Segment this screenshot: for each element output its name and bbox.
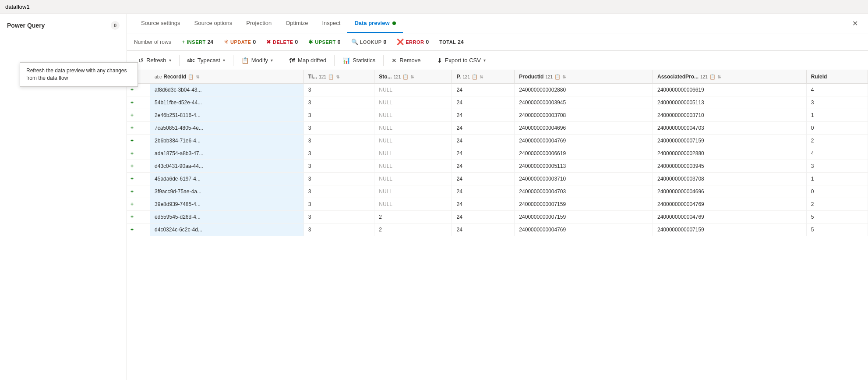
th-sto-copy-icon[interactable]: 📋 — [402, 74, 409, 80]
row-ti: 3 — [303, 160, 374, 173]
toolbar-divider-5 — [383, 55, 384, 66]
row-recordid: 39e8d939-7485-4... — [150, 198, 304, 211]
row-add-btn[interactable]: + — [127, 173, 150, 185]
row-ti: 3 — [303, 211, 374, 224]
row-ruleid: 3 — [806, 96, 868, 109]
th-associatedpro-sort-icon[interactable]: ⇅ — [717, 75, 721, 79]
row-recordid: 45ada6de-6197-4... — [150, 173, 304, 185]
row-add-btn[interactable]: + — [127, 160, 150, 173]
row-associatedpro: 2400000000004769 — [653, 198, 806, 211]
th-productid[interactable]: ProductId 121 📋 ⇅ — [515, 70, 653, 84]
row-productid: 2400000000003708 — [515, 109, 653, 122]
upsert-value: 0 — [338, 39, 341, 45]
row-add-btn[interactable]: + — [127, 211, 150, 224]
row-add-btn[interactable]: + — [127, 109, 150, 122]
th-recordid-sort-icon[interactable]: ⇅ — [196, 75, 199, 79]
tab-data-preview[interactable]: Data preview — [347, 14, 402, 33]
row-add-btn[interactable]: + — [127, 122, 150, 135]
row-associatedpro: 2400000000004696 — [653, 185, 806, 198]
table-row: + d4c0324c-6c2c-4d... 3 2 24 24000000000… — [127, 224, 868, 236]
row-sto: 2 — [374, 224, 452, 236]
th-associatedpro[interactable]: AssociatedPro... 121 📋 ⇅ — [653, 70, 806, 84]
tab-inspect[interactable]: Inspect — [315, 14, 347, 33]
tab-source-options[interactable]: Source options — [187, 14, 240, 33]
typecast-type-icon: abc — [187, 58, 195, 63]
row-add-btn[interactable]: + — [127, 185, 150, 198]
table-row: + d43c0431-90aa-44... 3 NULL 24 24000000… — [127, 160, 868, 173]
th-ruleid[interactable]: RuleId — [806, 70, 868, 84]
modify-icon: 📋 — [241, 57, 249, 64]
row-productid: 2400000000007159 — [515, 211, 653, 224]
row-sto: NULL — [374, 198, 452, 211]
th-sto-sort-icon[interactable]: ⇅ — [410, 75, 414, 79]
row-productid: 2400000000006619 — [515, 147, 653, 160]
row-ruleid: 2 — [806, 135, 868, 147]
row-ruleid: 5 — [806, 224, 868, 236]
remove-button[interactable]: ✕ Remove — [387, 54, 425, 67]
th-productid-label: ProductId — [519, 74, 543, 80]
th-recordid[interactable]: abc RecordId 📋 ⇅ — [150, 70, 304, 84]
error-icon: ❌ — [397, 39, 404, 45]
row-add-btn[interactable]: + — [127, 147, 150, 160]
th-p-type: 121 — [462, 75, 470, 79]
th-p-sort-icon[interactable]: ⇅ — [480, 75, 483, 79]
th-ti-copy-icon[interactable]: 📋 — [328, 74, 334, 80]
th-ti[interactable]: Ti... 121 📋 ⇅ — [303, 70, 374, 84]
row-add-btn[interactable]: + — [127, 135, 150, 147]
data-table-container[interactable]: ⇅ abc RecordId 📋 ⇅ — [127, 70, 868, 380]
export-csv-button[interactable]: ⬇ Export to CSV ▾ — [433, 54, 490, 67]
row-productid: 2400000000003710 — [515, 173, 653, 185]
row-associatedpro: 2400000000004769 — [653, 211, 806, 224]
close-button[interactable]: ✕ — [849, 18, 861, 30]
row-p: 24 — [452, 198, 515, 211]
table-row: + 3f9acc9d-75ae-4a... 3 NULL 24 24000000… — [127, 185, 868, 198]
row-add-btn[interactable]: + — [127, 224, 150, 236]
row-add-btn[interactable]: + — [127, 96, 150, 109]
tab-projection[interactable]: Projection — [239, 14, 279, 33]
row-recordid: ed559545-d26d-4... — [150, 211, 304, 224]
row-ruleid: 0 — [806, 185, 868, 198]
tab-source-settings[interactable]: Source settings — [134, 14, 187, 33]
tabs-row: Source settings Source options Projectio… — [127, 14, 868, 33]
left-panel-header: Power Query 0 — [0, 18, 127, 33]
tab-optimize[interactable]: Optimize — [279, 14, 315, 33]
map-drifted-button[interactable]: 🗺 Map drifted — [285, 54, 331, 67]
th-ti-sort-icon[interactable]: ⇅ — [336, 75, 339, 79]
insert-stat: + INSERT 24 — [182, 39, 213, 45]
refresh-button[interactable]: ↺ Refresh ▾ — [134, 54, 176, 67]
refresh-icon: ↺ — [138, 57, 144, 64]
table-row: + ada18754-a8b3-47... 3 NULL 24 24000000… — [127, 147, 868, 160]
row-ti: 3 — [303, 96, 374, 109]
th-sto[interactable]: Sto... 121 📋 ⇅ — [374, 70, 452, 84]
th-p[interactable]: P. 121 📋 ⇅ — [452, 70, 515, 84]
row-sto: NULL — [374, 160, 452, 173]
th-sto-label: Sto... — [379, 74, 392, 80]
row-associatedpro: 2400000000007159 — [653, 224, 806, 236]
row-sto: 2 — [374, 211, 452, 224]
row-ruleid: 0 — [806, 122, 868, 135]
table-row: + 2e46b251-8116-4... 3 NULL 24 240000000… — [127, 109, 868, 122]
th-associatedpro-copy-icon[interactable]: 📋 — [709, 74, 716, 80]
row-ruleid: 1 — [806, 173, 868, 185]
row-sto: NULL — [374, 84, 452, 96]
row-associatedpro: 2400000000002880 — [653, 147, 806, 160]
row-add-btn[interactable]: + — [127, 198, 150, 211]
th-p-copy-icon[interactable]: 📋 — [472, 74, 478, 80]
row-productid: 2400000000007159 — [515, 198, 653, 211]
row-sto: NULL — [374, 109, 452, 122]
tooltip-box: Refresh the data preview with any change… — [20, 62, 138, 87]
modify-button[interactable]: 📋 Modify ▾ — [237, 54, 277, 67]
statistics-button[interactable]: 📊 Statistics — [338, 54, 380, 67]
th-recordid-copy-icon[interactable]: 📋 — [188, 74, 194, 80]
th-productid-sort-icon[interactable]: ⇅ — [562, 75, 566, 79]
insert-icon: + — [182, 39, 185, 45]
number-of-rows-label: Number of rows — [134, 39, 171, 45]
row-recordid: d4c0324c-6c2c-4d... — [150, 224, 304, 236]
th-productid-copy-icon[interactable]: 📋 — [554, 74, 561, 80]
row-ti: 3 — [303, 109, 374, 122]
delete-stat: ✖ DELETE 0 — [266, 39, 298, 45]
left-panel-badge: 0 — [111, 21, 120, 30]
th-associatedpro-label: AssociatedPro... — [657, 74, 699, 80]
row-p: 24 — [452, 185, 515, 198]
typecast-button[interactable]: abc Typecast ▾ — [183, 54, 229, 66]
